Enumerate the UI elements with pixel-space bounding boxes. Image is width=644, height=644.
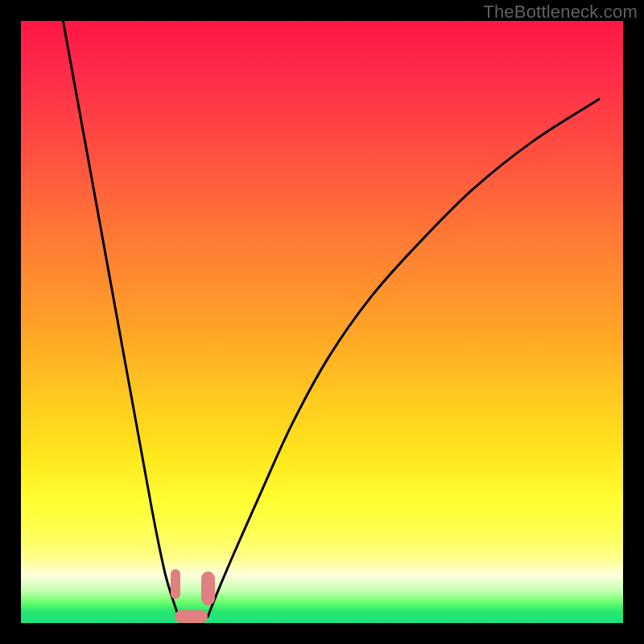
watermark: TheBottleneck.com [483,2,638,23]
chart-frame: TheBottleneck.com [0,0,644,644]
marker-left [171,569,181,599]
marker-floor [175,610,208,623]
curve-right-branch [208,99,599,617]
curve-left-branch [63,21,179,617]
marker-right [201,572,214,605]
chart-plot-area [21,21,623,623]
curve-layer [21,21,623,623]
